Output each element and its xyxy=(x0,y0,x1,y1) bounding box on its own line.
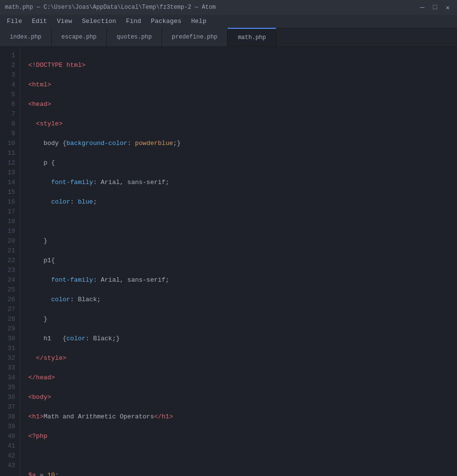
line-num-18: 18 xyxy=(0,217,15,227)
line-num-12: 12 xyxy=(0,158,15,168)
tab-escape-php[interactable]: escape.php xyxy=(52,28,107,46)
code-line-14: } xyxy=(28,314,457,324)
line-num-35: 35 xyxy=(0,383,15,393)
code-line-16: </style> xyxy=(28,353,457,363)
line-num-31: 31 xyxy=(0,344,15,353)
code-line-4: <style> xyxy=(28,119,457,129)
line-num-20: 20 xyxy=(0,236,15,246)
menu-view[interactable]: View xyxy=(52,16,77,27)
menu-packages[interactable]: Packages xyxy=(146,16,186,27)
titlebar: math.php — C:\Users\Joas\AppData\Local\T… xyxy=(0,0,457,15)
code-line-7: font-family: Arial, sans-serif; xyxy=(28,178,457,187)
code-line-8: color: blue; xyxy=(28,197,457,207)
menu-edit[interactable]: Edit xyxy=(27,16,52,27)
line-num-1: 1 xyxy=(0,51,15,61)
line-num-26: 26 xyxy=(0,295,15,305)
line-num-17: 17 xyxy=(0,207,15,217)
line-num-28: 28 xyxy=(0,314,15,324)
line-num-34: 34 xyxy=(0,373,15,383)
line-num-42: 42 xyxy=(0,451,15,461)
close-button[interactable]: ✕ xyxy=(443,3,452,12)
line-num-7: 7 xyxy=(0,109,15,119)
line-num-13: 13 xyxy=(0,168,15,178)
code-line-9 xyxy=(28,217,457,227)
line-num-32: 32 xyxy=(0,353,15,363)
code-line-6: p { xyxy=(28,158,457,168)
line-num-39: 39 xyxy=(0,422,15,432)
tabbar: index.php escape.php quotes.php predefin… xyxy=(0,28,457,47)
line-num-40: 40 xyxy=(0,432,15,441)
line-num-6: 6 xyxy=(0,100,15,109)
line-num-16: 16 xyxy=(0,197,15,207)
line-num-9: 9 xyxy=(0,129,15,139)
code-line-13: color: Black; xyxy=(28,295,457,305)
menu-selection[interactable]: Selection xyxy=(77,16,121,27)
line-num-30: 30 xyxy=(0,334,15,344)
code-line-5: body {background-color: powderblue;} xyxy=(28,139,457,148)
code-line-22: $a = 10; xyxy=(28,471,457,476)
menu-help[interactable]: Help xyxy=(187,16,211,27)
line-num-3: 3 xyxy=(0,70,15,80)
code-line-12: font-family: Arial, sans-serif; xyxy=(28,275,457,285)
line-num-43: 43 xyxy=(0,461,15,471)
tab-index-php[interactable]: index.php xyxy=(0,28,52,46)
code-line-20: <?php xyxy=(28,432,457,441)
line-num-41: 41 xyxy=(0,441,15,451)
code-line-19: <h1>Math and Arithmetic Operators</h1> xyxy=(28,412,457,422)
line-num-8: 8 xyxy=(0,119,15,129)
line-num-25: 25 xyxy=(0,285,15,295)
line-num-19: 19 xyxy=(0,227,15,236)
line-num-33: 33 xyxy=(0,363,15,373)
maximize-button[interactable]: □ xyxy=(431,3,439,12)
line-num-21: 21 xyxy=(0,246,15,256)
menu-file[interactable]: File xyxy=(2,16,27,27)
titlebar-controls: — □ ✕ xyxy=(418,3,452,12)
code-line-2: <html> xyxy=(28,80,457,90)
line-num-27: 27 xyxy=(0,305,15,314)
line-num-14: 14 xyxy=(0,178,15,187)
code-line-3: <head> xyxy=(28,100,457,109)
code-line-18: <body> xyxy=(28,393,457,402)
menubar: File Edit View Selection Find Packages H… xyxy=(0,15,457,28)
code-editor[interactable]: <!DOCTYPE html> <html> <head> <style> bo… xyxy=(21,47,457,476)
tab-quotes-php[interactable]: quotes.php xyxy=(107,28,162,46)
line-num-23: 23 xyxy=(0,266,15,275)
tab-predefine-php[interactable]: predefine.php xyxy=(162,28,228,46)
line-num-37: 37 xyxy=(0,402,15,412)
line-num-15: 15 xyxy=(0,187,15,197)
editor: 1 2 3 4 5 6 7 8 9 10 11 12 13 14 15 16 1… xyxy=(0,47,457,476)
line-num-29: 29 xyxy=(0,324,15,334)
line-num-10: 10 xyxy=(0,139,15,148)
menu-find[interactable]: Find xyxy=(121,16,146,27)
line-num-22: 22 xyxy=(0,256,15,266)
code-line-17: </head> xyxy=(28,373,457,383)
line-numbers: 1 2 3 4 5 6 7 8 9 10 11 12 13 14 15 16 1… xyxy=(0,47,21,476)
tab-math-php[interactable]: math.php xyxy=(228,28,276,46)
code-line-21 xyxy=(28,451,457,461)
code-line-11: p1{ xyxy=(28,256,457,266)
line-num-24: 24 xyxy=(0,275,15,285)
line-num-5: 5 xyxy=(0,90,15,100)
titlebar-title: math.php — C:\Users\Joas\AppData\Local\T… xyxy=(5,4,216,11)
line-num-38: 38 xyxy=(0,412,15,422)
line-num-4: 4 xyxy=(0,80,15,90)
line-num-2: 2 xyxy=(0,61,15,70)
line-num-36: 36 xyxy=(0,393,15,402)
minimize-button[interactable]: — xyxy=(418,3,427,12)
code-line-15: h1 {color: Black;} xyxy=(28,334,457,344)
line-num-11: 11 xyxy=(0,148,15,158)
code-line-10: } xyxy=(28,236,457,246)
code-line-1: <!DOCTYPE html> xyxy=(28,61,457,70)
